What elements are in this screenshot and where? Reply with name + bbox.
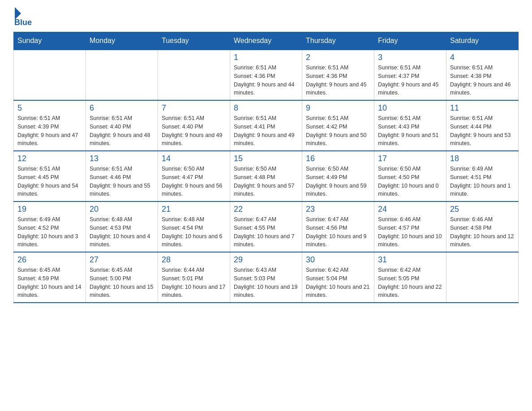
calendar-cell <box>86 50 158 100</box>
day-info: Sunrise: 6:42 AMSunset: 5:04 PMDaylight:… <box>306 266 370 300</box>
day-info: Sunrise: 6:51 AMSunset: 4:37 PMDaylight:… <box>378 64 442 97</box>
day-info: Sunrise: 6:51 AMSunset: 4:41 PMDaylight:… <box>234 114 298 148</box>
logo: Blue <box>13 9 32 27</box>
day-number: 12 <box>17 154 82 163</box>
calendar-cell: 19Sunrise: 6:49 AMSunset: 4:52 PMDayligh… <box>14 201 86 252</box>
day-info: Sunrise: 6:48 AMSunset: 4:54 PMDaylight:… <box>162 215 226 249</box>
day-number: 8 <box>234 103 298 113</box>
day-number: 10 <box>378 103 442 113</box>
day-info: Sunrise: 6:51 AMSunset: 4:42 PMDaylight:… <box>306 114 370 148</box>
calendar-cell: 5Sunrise: 6:51 AMSunset: 4:39 PMDaylight… <box>14 100 86 151</box>
day-info: Sunrise: 6:46 AMSunset: 4:58 PMDaylight:… <box>450 215 515 249</box>
calendar-week-3: 12Sunrise: 6:51 AMSunset: 4:45 PMDayligh… <box>14 151 519 201</box>
day-number: 30 <box>306 255 370 265</box>
day-number: 25 <box>450 205 515 214</box>
day-number: 28 <box>162 255 226 265</box>
day-info: Sunrise: 6:51 AMSunset: 4:36 PMDaylight:… <box>234 64 298 97</box>
day-info: Sunrise: 6:51 AMSunset: 4:38 PMDaylight:… <box>450 64 515 97</box>
day-info: Sunrise: 6:44 AMSunset: 5:01 PMDaylight:… <box>162 266 226 300</box>
calendar-header-sunday: Sunday <box>14 32 86 50</box>
calendar-header-tuesday: Tuesday <box>158 32 230 50</box>
calendar-cell: 16Sunrise: 6:50 AMSunset: 4:49 PMDayligh… <box>302 151 374 201</box>
day-info: Sunrise: 6:47 AMSunset: 4:55 PMDaylight:… <box>234 215 298 249</box>
calendar-cell: 27Sunrise: 6:45 AMSunset: 5:00 PMDayligh… <box>86 252 158 303</box>
calendar-cell: 4Sunrise: 6:51 AMSunset: 4:38 PMDaylight… <box>446 50 519 100</box>
day-number: 17 <box>378 154 442 163</box>
day-number: 11 <box>450 103 515 113</box>
logo-subtitle: Blue <box>14 18 32 27</box>
calendar-cell: 7Sunrise: 6:51 AMSunset: 4:40 PMDaylight… <box>158 100 230 151</box>
day-number: 29 <box>234 255 298 265</box>
day-info: Sunrise: 6:51 AMSunset: 4:46 PMDaylight:… <box>90 165 154 198</box>
calendar-week-4: 19Sunrise: 6:49 AMSunset: 4:52 PMDayligh… <box>14 201 519 252</box>
day-number: 26 <box>17 255 82 265</box>
calendar-cell <box>14 50 86 100</box>
day-info: Sunrise: 6:51 AMSunset: 4:36 PMDaylight:… <box>306 64 370 97</box>
day-number: 21 <box>162 205 226 214</box>
day-number: 3 <box>378 53 442 62</box>
calendar-cell: 1Sunrise: 6:51 AMSunset: 4:36 PMDaylight… <box>230 50 302 100</box>
day-info: Sunrise: 6:48 AMSunset: 4:53 PMDaylight:… <box>90 215 154 249</box>
day-number: 20 <box>90 205 154 214</box>
day-info: Sunrise: 6:49 AMSunset: 4:51 PMDaylight:… <box>450 165 515 198</box>
day-info: Sunrise: 6:45 AMSunset: 5:00 PMDaylight:… <box>90 266 154 300</box>
calendar-table: SundayMondayTuesdayWednesdayThursdayFrid… <box>13 32 519 303</box>
calendar-cell: 10Sunrise: 6:51 AMSunset: 4:43 PMDayligh… <box>374 100 446 151</box>
calendar-cell: 12Sunrise: 6:51 AMSunset: 4:45 PMDayligh… <box>14 151 86 201</box>
calendar-cell: 9Sunrise: 6:51 AMSunset: 4:42 PMDaylight… <box>302 100 374 151</box>
day-info: Sunrise: 6:51 AMSunset: 4:45 PMDaylight:… <box>17 165 82 198</box>
day-info: Sunrise: 6:42 AMSunset: 5:05 PMDaylight:… <box>378 266 442 300</box>
day-info: Sunrise: 6:50 AMSunset: 4:48 PMDaylight:… <box>234 165 298 198</box>
calendar-header-saturday: Saturday <box>446 32 519 50</box>
calendar-cell: 21Sunrise: 6:48 AMSunset: 4:54 PMDayligh… <box>158 201 230 252</box>
calendar-cell: 2Sunrise: 6:51 AMSunset: 4:36 PMDaylight… <box>302 50 374 100</box>
day-info: Sunrise: 6:51 AMSunset: 4:43 PMDaylight:… <box>378 114 442 148</box>
day-number: 27 <box>90 255 154 265</box>
calendar-cell: 28Sunrise: 6:44 AMSunset: 5:01 PMDayligh… <box>158 252 230 303</box>
calendar-cell: 18Sunrise: 6:49 AMSunset: 4:51 PMDayligh… <box>446 151 519 201</box>
calendar-header-row: SundayMondayTuesdayWednesdayThursdayFrid… <box>14 32 519 50</box>
day-number: 9 <box>306 103 370 113</box>
day-info: Sunrise: 6:49 AMSunset: 4:52 PMDaylight:… <box>17 215 82 249</box>
day-number: 5 <box>17 103 82 113</box>
day-number: 31 <box>378 255 442 265</box>
calendar-week-2: 5Sunrise: 6:51 AMSunset: 4:39 PMDaylight… <box>14 100 519 151</box>
calendar-cell: 22Sunrise: 6:47 AMSunset: 4:55 PMDayligh… <box>230 201 302 252</box>
calendar-cell: 30Sunrise: 6:42 AMSunset: 5:04 PMDayligh… <box>302 252 374 303</box>
calendar-cell: 23Sunrise: 6:47 AMSunset: 4:56 PMDayligh… <box>302 201 374 252</box>
day-number: 16 <box>306 154 370 163</box>
calendar-header-thursday: Thursday <box>302 32 374 50</box>
day-number: 2 <box>306 53 370 62</box>
calendar-cell: 26Sunrise: 6:45 AMSunset: 4:59 PMDayligh… <box>14 252 86 303</box>
day-number: 15 <box>234 154 298 163</box>
day-number: 19 <box>17 205 82 214</box>
day-info: Sunrise: 6:46 AMSunset: 4:57 PMDaylight:… <box>378 215 442 249</box>
calendar-cell <box>446 252 519 303</box>
day-info: Sunrise: 6:50 AMSunset: 4:49 PMDaylight:… <box>306 165 370 198</box>
calendar-cell <box>158 50 230 100</box>
calendar-cell: 31Sunrise: 6:42 AMSunset: 5:05 PMDayligh… <box>374 252 446 303</box>
day-number: 22 <box>234 205 298 214</box>
calendar-cell: 15Sunrise: 6:50 AMSunset: 4:48 PMDayligh… <box>230 151 302 201</box>
day-info: Sunrise: 6:43 AMSunset: 5:03 PMDaylight:… <box>234 266 298 300</box>
calendar-week-1: 1Sunrise: 6:51 AMSunset: 4:36 PMDaylight… <box>14 50 519 100</box>
day-number: 13 <box>90 154 154 163</box>
calendar-cell: 6Sunrise: 6:51 AMSunset: 4:40 PMDaylight… <box>86 100 158 151</box>
day-info: Sunrise: 6:47 AMSunset: 4:56 PMDaylight:… <box>306 215 370 249</box>
day-number: 7 <box>162 103 226 113</box>
day-info: Sunrise: 6:50 AMSunset: 4:50 PMDaylight:… <box>378 165 442 198</box>
day-number: 6 <box>90 103 154 113</box>
day-info: Sunrise: 6:50 AMSunset: 4:47 PMDaylight:… <box>162 165 226 198</box>
calendar-cell: 20Sunrise: 6:48 AMSunset: 4:53 PMDayligh… <box>86 201 158 252</box>
day-info: Sunrise: 6:51 AMSunset: 4:40 PMDaylight:… <box>90 114 154 148</box>
day-info: Sunrise: 6:51 AMSunset: 4:39 PMDaylight:… <box>17 114 82 148</box>
calendar-cell: 8Sunrise: 6:51 AMSunset: 4:41 PMDaylight… <box>230 100 302 151</box>
calendar-cell: 25Sunrise: 6:46 AMSunset: 4:58 PMDayligh… <box>446 201 519 252</box>
calendar-week-5: 26Sunrise: 6:45 AMSunset: 4:59 PMDayligh… <box>14 252 519 303</box>
calendar-header-wednesday: Wednesday <box>230 32 302 50</box>
calendar-header-friday: Friday <box>374 32 446 50</box>
day-number: 18 <box>450 154 515 163</box>
day-number: 24 <box>378 205 442 214</box>
day-number: 1 <box>234 53 298 62</box>
calendar-cell: 17Sunrise: 6:50 AMSunset: 4:50 PMDayligh… <box>374 151 446 201</box>
